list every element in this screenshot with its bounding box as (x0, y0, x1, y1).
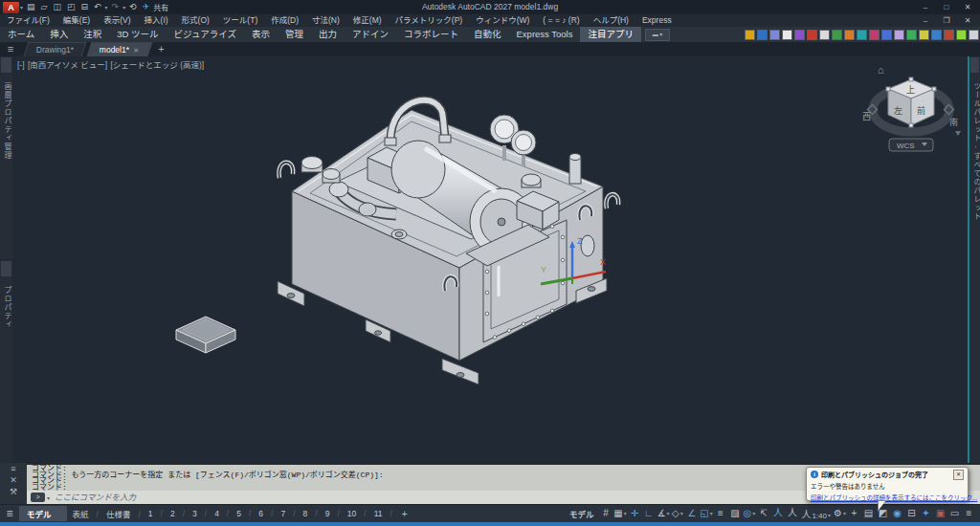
redo-icon[interactable]: ↷ (109, 0, 122, 14)
menu-file[interactable]: ファイル(F) (0, 14, 56, 27)
plot-icon[interactable]: ⊟ (78, 0, 91, 14)
tab-automate[interactable]: 自動化 (466, 27, 509, 42)
layout-tab-5[interactable]: 5 (233, 509, 255, 518)
palette-grip[interactable] (970, 57, 979, 73)
custom-tool-icon[interactable] (757, 30, 768, 40)
tab-addins[interactable]: アドイン (345, 27, 396, 42)
command-prompt-icon[interactable]: > (31, 493, 45, 502)
open-icon[interactable]: ▱ (38, 0, 51, 14)
viewcube-face-front[interactable]: 前 (917, 105, 925, 116)
layout-tab-cover[interactable]: 表紙 (69, 508, 102, 519)
tab-visualize[interactable]: ビジュアライズ (167, 27, 244, 42)
layout-tab-8[interactable]: 8 (300, 509, 322, 518)
tab-view[interactable]: 表示 (244, 27, 278, 42)
custom-tool-icon[interactable] (832, 30, 842, 40)
close-button[interactable]: ✕ (957, 0, 978, 14)
custom-tool-icon[interactable] (881, 30, 892, 40)
status-customization-icon[interactable]: + (847, 505, 861, 522)
notification-close-button[interactable]: ✕ (953, 470, 964, 480)
tab-annotate[interactable]: 注釈 (76, 27, 109, 42)
app-menu-button[interactable]: A (3, 2, 19, 13)
doc-restore-button[interactable]: ❐ (936, 14, 957, 27)
custom-tool-icon[interactable] (745, 30, 755, 40)
custom-tool-icon[interactable] (969, 30, 979, 40)
isolate-objects-icon[interactable]: ▤ (861, 505, 876, 522)
layout-tab-9[interactable]: 9 (322, 509, 344, 518)
custom-tool-icon[interactable] (906, 30, 917, 40)
command-caret-icon[interactable]: ▾ (47, 495, 50, 501)
custom-tool-icon[interactable] (919, 30, 929, 40)
object-snap-icon[interactable]: ◱ (699, 505, 713, 522)
maximize-button[interactable]: □ (936, 0, 957, 14)
tab-output[interactable]: 出力 (311, 27, 345, 42)
command-close-icon[interactable]: ✕ (0, 474, 27, 486)
custom-tool-icon[interactable] (857, 30, 867, 40)
annotation-autoscale-icon[interactable]: 人 (785, 505, 799, 522)
custom-tool-icon[interactable] (944, 30, 954, 40)
clean-screen-icon[interactable]: ▭ (947, 505, 962, 522)
palette-grip[interactable] (1, 261, 11, 276)
layout-tab-7[interactable]: 7 (277, 509, 299, 518)
lineweight-icon[interactable]: ≡ (713, 505, 727, 522)
annotation-visibility-icon[interactable]: 人 (770, 505, 785, 522)
undo-icon[interactable]: ↶ (91, 0, 104, 14)
grid-display-icon[interactable]: # (598, 505, 612, 522)
new-file-tab-button[interactable]: + (158, 42, 164, 56)
custom-tool-icon[interactable] (869, 30, 880, 40)
menu-custom[interactable]: ( = = ♪ (R) (536, 14, 586, 27)
isometric-drafting-icon[interactable]: ◇ (670, 505, 684, 522)
menu-window[interactable]: ウィンドウ(W) (469, 14, 536, 27)
custom-tool-icon[interactable] (782, 30, 792, 40)
doc-minimize-button[interactable]: – (915, 14, 936, 27)
tab-collaborate[interactable]: コラボレート (396, 27, 466, 42)
osnap-tracking-icon[interactable]: ∠ (684, 505, 699, 522)
notification-details-link[interactable]: 印刷とパブリッシュの詳細を表示するにはここをクリック... (811, 493, 964, 502)
system-monitor-icon[interactable]: ▣ (933, 505, 947, 522)
viewport-visual-style-control[interactable]: [シェードとエッジ (高速)] (110, 60, 204, 70)
snap-mode-icon[interactable]: ▦ (612, 505, 627, 522)
share-label[interactable]: 共有 (153, 2, 168, 12)
annotation-scale-button[interactable]: 人1:40 (799, 507, 833, 521)
autodesk-app-icon[interactable]: ✦ (919, 505, 933, 522)
doc-close-button[interactable]: ✕ (957, 14, 978, 27)
save-icon[interactable]: ◫ (50, 0, 64, 14)
polar-tracking-icon[interactable]: ∡ (656, 505, 670, 522)
plot-status-icon[interactable]: ⊟ (904, 505, 919, 522)
layout-tab-1[interactable]: 1 (145, 509, 167, 518)
custom-tool-icon[interactable] (894, 30, 904, 40)
layout-tab-11[interactable]: 11 (370, 509, 396, 518)
menu-format[interactable]: 形式(O) (175, 14, 216, 27)
layout-tab-10[interactable]: 10 (344, 509, 370, 518)
new-drawing-icon[interactable]: ▤ (24, 0, 38, 14)
menu-dimension[interactable]: 寸法(N) (305, 14, 346, 27)
layout-tab-model[interactable]: モデル (19, 506, 67, 521)
layout-tab-spec[interactable]: 仕様書 (102, 508, 145, 519)
layout-tab-4[interactable]: 4 (211, 509, 233, 518)
viewport-menu-control[interactable]: [-] (17, 60, 25, 70)
command-grip-icon[interactable]: ≡ (0, 463, 27, 474)
palette-grip[interactable] (1, 57, 11, 73)
viewcube-face-top[interactable]: 上 (906, 85, 915, 95)
menu-parametric[interactable]: パラメトリック(P) (389, 14, 470, 27)
file-tab-menu-icon[interactable]: ≡ (0, 42, 21, 56)
custom-tool-icon[interactable] (931, 30, 942, 40)
menu-draw[interactable]: 作成(D) (264, 14, 305, 27)
menu-view[interactable]: 表示(V) (97, 14, 137, 27)
viewport-view-control[interactable]: [南西アイソメ ビュー] (28, 60, 107, 70)
layout-tab-6[interactable]: 6 (255, 509, 277, 518)
ortho-mode-icon[interactable]: ∟ (641, 505, 656, 522)
custom-tool-icon[interactable] (844, 30, 855, 40)
ucs-icon[interactable]: Z X Y (522, 229, 608, 294)
layout-menu-icon[interactable]: ≡ (0, 507, 19, 520)
viewcube-compass-west[interactable]: 西 (862, 112, 871, 121)
save-as-icon[interactable]: ◰ (64, 0, 78, 14)
custom-tool-icon[interactable] (807, 30, 817, 40)
drawing-canvas[interactable]: [-] [南西アイソメ ビュー] [シェードとエッジ (高速)] (12, 56, 968, 463)
viewcube-face-left[interactable]: 左 (894, 105, 902, 116)
menu-express[interactable]: Express (635, 14, 679, 27)
menu-modify[interactable]: 修正(M) (346, 14, 389, 27)
ribbon-display-toggle[interactable]: ▬ ▾ (645, 29, 670, 41)
palette-properties[interactable]: プロパティ (0, 260, 12, 463)
viewcube-home-icon[interactable]: ⌂ (878, 64, 884, 76)
custom-tool-icon[interactable] (819, 30, 830, 40)
